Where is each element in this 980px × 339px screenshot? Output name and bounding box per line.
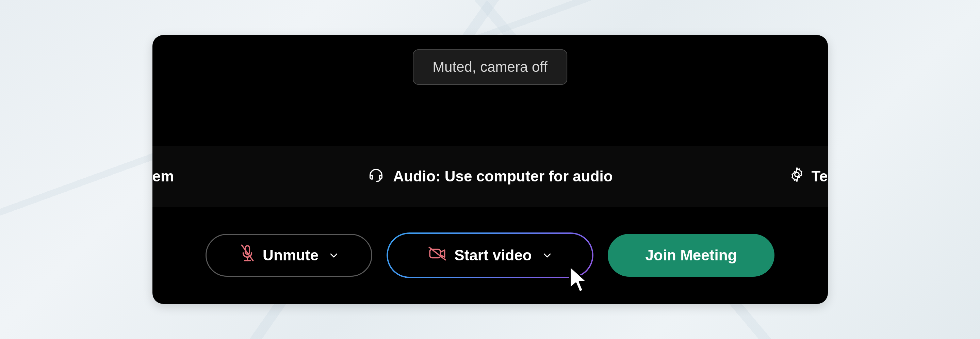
right-option-fragment[interactable]: Te	[789, 166, 827, 186]
controls-row: Unmute Start video	[153, 234, 828, 277]
start-video-label: Start video	[454, 247, 531, 264]
left-option-fragment: em	[153, 168, 174, 185]
meeting-join-panel: Muted, camera off em Audio: Use computer…	[153, 35, 828, 304]
chevron-down-icon	[542, 247, 552, 264]
microphone-muted-icon	[239, 244, 256, 267]
unmute-button[interactable]: Unmute	[205, 234, 372, 277]
join-meeting-button[interactable]: Join Meeting	[608, 234, 775, 277]
headset-icon	[367, 166, 385, 187]
unmute-label: Unmute	[263, 247, 318, 264]
options-bar: em Audio: Use computer for audio Te	[153, 146, 828, 207]
audio-option-button[interactable]: Audio: Use computer for audio	[367, 166, 612, 187]
join-label: Join Meeting	[646, 247, 737, 264]
status-text: Muted, camera off	[433, 59, 547, 75]
gear-icon	[789, 166, 805, 186]
svg-rect-5	[430, 250, 441, 258]
start-video-button[interactable]: Start video	[388, 234, 592, 277]
audio-option-label: Audio: Use computer for audio	[393, 168, 612, 185]
chevron-down-icon	[329, 247, 339, 264]
svg-point-0	[795, 173, 799, 177]
right-option-label: Te	[811, 168, 827, 185]
status-badge: Muted, camera off	[413, 49, 567, 85]
camera-off-icon	[428, 245, 447, 265]
